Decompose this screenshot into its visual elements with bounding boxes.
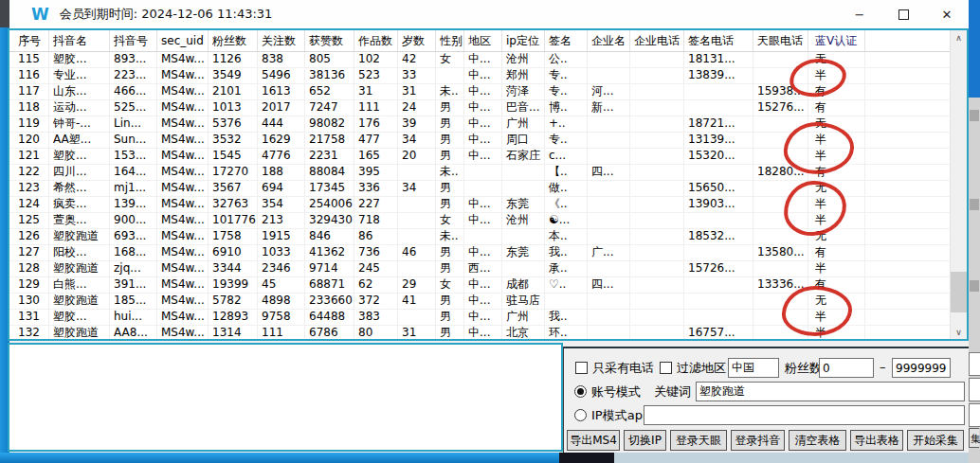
table-cell[interactable] — [753, 294, 808, 309]
account-mode-radio[interactable] — [574, 385, 587, 398]
table-cell[interactable]: 中... — [464, 245, 502, 260]
table-cell[interactable]: 《.. — [545, 197, 588, 212]
table-cell[interactable] — [630, 181, 684, 196]
table-cell[interactable] — [398, 197, 436, 212]
table-cell[interactable]: 18721... — [684, 116, 753, 132]
table-row[interactable]: 126塑胶跑道693...MS4w...1758191584686未..本..1… — [9, 229, 950, 245]
table-cell[interactable] — [753, 116, 808, 132]
table-cell[interactable]: 半 — [808, 261, 865, 276]
table-cell[interactable]: 男 — [436, 149, 464, 164]
table-cell[interactable]: 专.. — [545, 84, 588, 99]
table-cell[interactable]: MS4w... — [157, 84, 209, 99]
table-cell[interactable]: 16757... — [684, 326, 753, 339]
table-cell[interactable]: 38136 — [305, 68, 354, 83]
table-cell[interactable]: 男 — [436, 181, 464, 196]
table-cell[interactable]: 13839... — [684, 68, 753, 83]
table-cell[interactable]: 半 — [808, 213, 865, 228]
table-cell[interactable]: 383 — [354, 310, 398, 325]
table-cell[interactable]: 半 — [808, 149, 865, 164]
table-cell[interactable] — [630, 149, 684, 164]
table-cell[interactable]: 126 — [9, 229, 49, 244]
table-cell[interactable]: 沧州 — [502, 52, 545, 67]
table-cell[interactable]: 846 — [305, 229, 354, 244]
table-cell[interactable]: 245 — [354, 261, 398, 276]
filter-region-label[interactable]: 过滤地区 — [677, 360, 726, 377]
table-row[interactable]: 129白熊...391...MS4w...1939945688716229女中.… — [9, 277, 950, 294]
table-cell[interactable]: 477 — [354, 133, 398, 148]
table-cell[interactable] — [630, 100, 684, 116]
table-cell[interactable]: 广... — [588, 245, 630, 260]
table-cell[interactable]: 萱奥... — [49, 213, 110, 228]
account-mode-label[interactable]: 账号模式 — [591, 383, 641, 401]
table-cell[interactable]: 巴音... — [502, 100, 545, 116]
table-cell[interactable]: 13903... — [684, 197, 753, 212]
log-listbox[interactable] — [8, 343, 563, 452]
maximize-button[interactable] — [881, 0, 925, 28]
table-cell[interactable]: hui... — [110, 310, 157, 325]
column-header-14[interactable]: 企业电话 — [630, 30, 684, 51]
table-cell[interactable]: 中... — [464, 84, 502, 99]
table-cell[interactable]: 四... — [588, 165, 630, 180]
table-cell[interactable]: 1629 — [258, 133, 305, 148]
table-cell[interactable] — [630, 326, 684, 339]
table-cell[interactable]: 444 — [258, 116, 305, 132]
table-cell[interactable] — [630, 261, 684, 276]
table-cell[interactable]: 336 — [354, 181, 398, 196]
table-cell[interactable]: 男 — [436, 197, 464, 212]
table-cell[interactable]: 有 — [808, 100, 865, 116]
table-cell[interactable]: 1758 — [209, 229, 258, 244]
table-cell[interactable]: 18280... — [753, 165, 808, 180]
table-cell[interactable]: 354 — [258, 197, 305, 212]
table-cell[interactable] — [588, 229, 630, 244]
table-cell[interactable]: ♡.. — [545, 277, 588, 293]
table-cell[interactable]: 沧州 — [502, 213, 545, 228]
table-cell[interactable]: 广州 — [502, 116, 545, 132]
table-cell[interactable]: MS4w... — [157, 277, 209, 293]
table-cell[interactable] — [588, 294, 630, 309]
keyword-input[interactable] — [696, 382, 965, 401]
column-header-0[interactable]: 序号 — [9, 30, 49, 51]
table-cell[interactable]: 123 — [9, 181, 49, 196]
table-cell[interactable] — [588, 68, 630, 83]
table-cell[interactable] — [588, 261, 630, 276]
table-cell[interactable]: 5376 — [209, 116, 258, 132]
table-cell[interactable]: 254006 — [305, 197, 354, 212]
table-cell[interactable] — [684, 165, 753, 180]
table-cell[interactable]: AA塑... — [49, 133, 110, 148]
table-cell[interactable]: 9714 — [305, 261, 354, 276]
table-row[interactable]: 130塑胶跑道185...MS4w...5782489823366037241男… — [9, 294, 950, 310]
column-header-1[interactable]: 抖音名 — [49, 30, 110, 51]
table-cell[interactable]: 3532 — [209, 133, 258, 148]
table-cell[interactable]: 中... — [464, 310, 502, 325]
table-cell[interactable]: 专.. — [545, 68, 588, 83]
table-cell[interactable]: 未.. — [436, 229, 464, 244]
table-cell[interactable]: 5782 — [209, 294, 258, 309]
table-cell[interactable]: 周口 — [502, 133, 545, 148]
table-cell[interactable]: 372 — [354, 294, 398, 309]
table-cell[interactable]: 98082 — [305, 116, 354, 132]
table-cell[interactable]: 疯卖... — [49, 197, 110, 212]
table-cell[interactable]: 阳校... — [49, 245, 110, 260]
export-table-button[interactable]: 导出表格 — [850, 430, 903, 451]
table-cell[interactable]: 176 — [354, 116, 398, 132]
column-header-4[interactable]: 粉丝数 — [209, 30, 258, 51]
table-cell[interactable]: 111 — [354, 100, 398, 116]
table-cell[interactable]: 1126 — [209, 52, 258, 67]
table-cell[interactable]: 东莞 — [502, 197, 545, 212]
table-cell[interactable]: 18532... — [684, 229, 753, 244]
table-cell[interactable]: 河... — [588, 84, 630, 99]
table-cell[interactable] — [398, 213, 436, 228]
scroll-down-button[interactable]: ∨ — [951, 325, 967, 339]
table-cell[interactable]: 116 — [9, 68, 49, 83]
table-cell[interactable]: 32763 — [209, 197, 258, 212]
table-cell[interactable]: 男 — [436, 261, 464, 276]
table-cell[interactable]: 未.. — [436, 84, 464, 99]
table-cell[interactable] — [398, 261, 436, 276]
table-cell[interactable]: 专.. — [545, 133, 588, 148]
column-header-5[interactable]: 关注数 — [258, 30, 305, 51]
table-cell[interactable]: 12893 — [209, 310, 258, 325]
table-cell[interactable]: 塑胶跑道 — [49, 229, 110, 244]
table-cell[interactable]: 13336... — [753, 277, 808, 293]
table-cell[interactable]: 102 — [354, 52, 398, 67]
table-cell[interactable]: 34 — [398, 133, 436, 148]
